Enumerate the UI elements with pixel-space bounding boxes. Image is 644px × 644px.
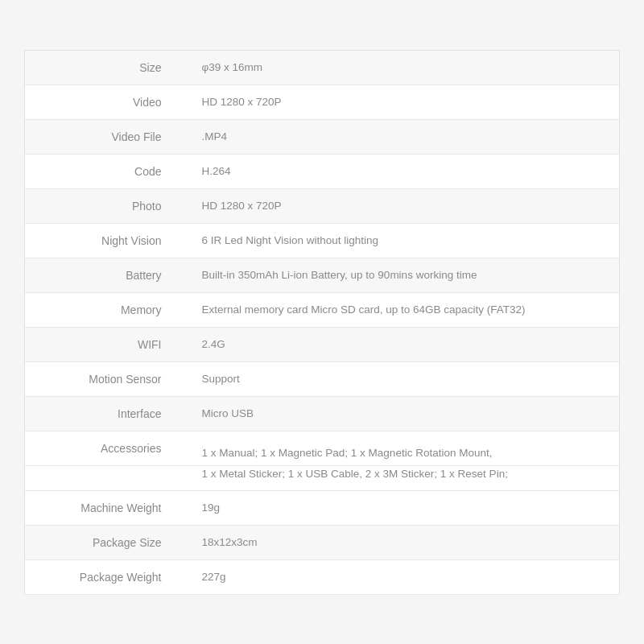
table-row: Accessories 1 x Manual; 1 x Magnetic Pad… [25, 431, 620, 465]
spec-label-accessories: Accessories [25, 431, 186, 465]
spec-table: Size φ39 x 16mm Video HD 1280 x 720P Vid… [24, 50, 620, 595]
spec-value-video: HD 1280 x 720P [186, 85, 620, 119]
spec-label-photo: Photo [25, 188, 186, 223]
spec-value-package-size: 18x12x3cm [186, 525, 620, 559]
spec-value-battery: Built-in 350mAh Li-ion Battery, up to 90… [186, 258, 620, 292]
spec-label-memory: Memory [25, 292, 186, 327]
spec-value-night-vision: 6 IR Led Night Vision without lighting [186, 223, 620, 258]
table-row: Video File .MP4 [25, 119, 620, 154]
table-row: Size φ39 x 16mm [25, 50, 620, 85]
table-row: 1 x Metal Sticker; 1 x USB Cable, 2 x 3M… [25, 465, 620, 490]
table-row: Battery Built-in 350mAh Li-ion Battery, … [25, 258, 620, 292]
spec-value-interface: Micro USB [186, 396, 620, 431]
spec-label-video-file: Video File [25, 119, 186, 154]
table-row: Package Size 18x12x3cm [25, 525, 620, 559]
table-row: Machine Weight 19g [25, 490, 620, 525]
spec-value-accessories-2: 1 x Metal Sticker; 1 x USB Cable, 2 x 3M… [186, 465, 620, 490]
table-row: Package Weight 227g [25, 559, 620, 594]
spec-value-memory: External memory card Micro SD card, up t… [186, 292, 620, 327]
spec-label-video: Video [25, 85, 186, 119]
spec-label-wifi: WIFI [25, 327, 186, 361]
spec-value-code: H.264 [186, 154, 620, 188]
spec-label-battery: Battery [25, 258, 186, 292]
table-row: Motion Sensor Support [25, 361, 620, 396]
spec-label-package-size: Package Size [25, 525, 186, 559]
spec-label-size: Size [25, 50, 186, 85]
spec-value-photo: HD 1280 x 720P [186, 188, 620, 223]
spec-value-package-weight: 227g [186, 559, 620, 594]
table-row: Video HD 1280 x 720P [25, 85, 620, 119]
table-row: Night Vision 6 IR Led Night Vision witho… [25, 223, 620, 258]
spec-label-package-weight: Package Weight [25, 559, 186, 594]
spec-value-accessories-1: 1 x Manual; 1 x Magnetic Pad; 1 x Magnet… [186, 431, 620, 465]
spec-value-video-file: .MP4 [186, 119, 620, 154]
spec-value-size: φ39 x 16mm [186, 50, 620, 85]
spec-value-motion-sensor: Support [186, 361, 620, 396]
spec-value-wifi: 2.4G [186, 327, 620, 361]
spec-label-night-vision: Night Vision [25, 223, 186, 258]
spec-value-machine-weight: 19g [186, 490, 620, 525]
spec-label-code: Code [25, 154, 186, 188]
spec-label-interface: Interface [25, 396, 186, 431]
table-row: Interface Micro USB [25, 396, 620, 431]
spec-label-accessories-empty [25, 465, 186, 490]
table-row: Memory External memory card Micro SD car… [25, 292, 620, 327]
spec-label-machine-weight: Machine Weight [25, 490, 186, 525]
table-row: WIFI 2.4G [25, 327, 620, 361]
table-row: Photo HD 1280 x 720P [25, 188, 620, 223]
table-row: Code H.264 [25, 154, 620, 188]
spec-label-motion-sensor: Motion Sensor [25, 361, 186, 396]
